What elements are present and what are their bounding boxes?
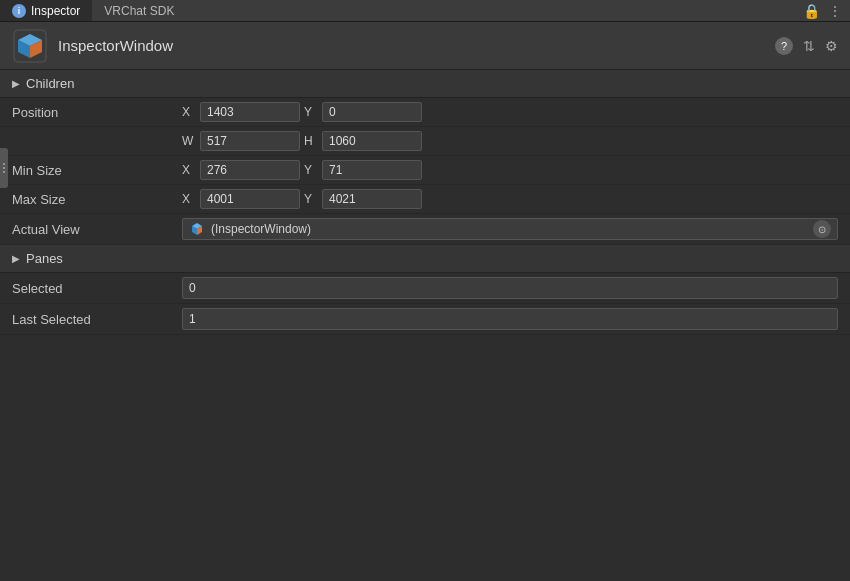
max-size-y-input[interactable]: [322, 189, 422, 209]
position-wh-row: W H: [0, 127, 850, 156]
actual-view-picker-button[interactable]: ⊙: [813, 220, 831, 238]
max-size-y-group: Y: [304, 189, 422, 209]
panes-arrow-icon: ▶: [12, 253, 20, 264]
tab-bar: i Inspector VRChat SDK 🔒 ⋮: [0, 0, 850, 22]
max-size-x-input[interactable]: [200, 189, 300, 209]
selected-row: Selected: [0, 273, 850, 304]
position-row: Position X Y: [0, 98, 850, 127]
children-arrow-icon: ▶: [12, 78, 20, 89]
position-y-input[interactable]: [322, 102, 422, 122]
handle-dot: [3, 167, 5, 169]
min-size-y-input[interactable]: [322, 160, 422, 180]
children-section-header[interactable]: ▶ Children: [0, 70, 850, 98]
position-fields: X Y: [182, 102, 838, 122]
resize-handle[interactable]: [0, 148, 8, 188]
layout-settings-icon[interactable]: ⇅: [803, 38, 815, 54]
min-size-y-group: Y: [304, 160, 422, 180]
tab-inspector-label: Inspector: [31, 4, 80, 18]
position-h-input[interactable]: [322, 131, 422, 151]
max-x-axis-label: X: [182, 192, 196, 206]
y-axis-label: Y: [304, 105, 318, 119]
min-y-axis-label: Y: [304, 163, 318, 177]
position-y-group: Y: [304, 102, 422, 122]
actual-view-fields: (InspectorWindow) ⊙: [182, 218, 838, 240]
gear-icon[interactable]: ⚙: [825, 38, 838, 54]
handle-dot: [3, 171, 5, 173]
last-selected-label: Last Selected: [12, 312, 182, 327]
max-y-axis-label: Y: [304, 192, 318, 206]
last-selected-row: Last Selected: [0, 304, 850, 335]
position-w-group: W: [182, 131, 300, 151]
inspector-tab-icon: i: [12, 4, 26, 18]
handle-dot: [3, 163, 5, 165]
position-h-group: H: [304, 131, 422, 151]
last-selected-input[interactable]: [182, 308, 838, 330]
h-axis-label: H: [304, 134, 318, 148]
children-section-label: Children: [26, 76, 74, 91]
lock-icon[interactable]: 🔒: [803, 3, 820, 19]
position-x-group: X: [182, 102, 300, 122]
max-size-label: Max Size: [12, 192, 182, 207]
x-axis-label: X: [182, 105, 196, 119]
position-wh-group: W H: [182, 131, 422, 151]
inspector-window-icon: [12, 28, 48, 64]
position-label: Position: [12, 105, 182, 120]
help-icon[interactable]: ?: [775, 37, 793, 55]
max-size-fields: X Y: [182, 189, 838, 209]
last-selected-fields: [182, 308, 838, 330]
max-size-row: Max Size X Y: [0, 185, 850, 214]
position-w-input[interactable]: [200, 131, 300, 151]
min-size-row: Min Size X Y: [0, 156, 850, 185]
min-size-xy-row: X Y: [182, 160, 422, 180]
actual-view-field: (InspectorWindow) ⊙: [182, 218, 838, 240]
selected-fields: [182, 277, 838, 299]
tab-inspector[interactable]: i Inspector: [0, 0, 92, 21]
header-actions: ? ⇅ ⚙: [775, 37, 838, 55]
inspector-header: InspectorWindow ? ⇅ ⚙: [0, 22, 850, 70]
actual-view-value: (InspectorWindow): [211, 222, 807, 236]
min-x-axis-label: X: [182, 163, 196, 177]
min-size-x-input[interactable]: [200, 160, 300, 180]
actual-view-row: Actual View (InspectorWindow) ⊙: [0, 214, 850, 245]
position-x-input[interactable]: [200, 102, 300, 122]
actual-view-cube-icon: [189, 221, 205, 237]
max-size-x-group: X: [182, 189, 300, 209]
tab-bar-actions: 🔒 ⋮: [803, 3, 850, 19]
header-title: InspectorWindow: [58, 37, 775, 54]
min-size-fields: X Y: [182, 160, 838, 180]
position-wh-fields: W H: [182, 131, 838, 151]
inspector-content: ▶ Children Position X Y: [0, 70, 850, 335]
min-size-label: Min Size: [12, 163, 182, 178]
max-size-xy-row: X Y: [182, 189, 422, 209]
selected-label: Selected: [12, 281, 182, 296]
selected-input[interactable]: [182, 277, 838, 299]
panes-section-label: Panes: [26, 251, 63, 266]
tab-vrchat-sdk-label: VRChat SDK: [104, 4, 174, 18]
tab-vrchat-sdk[interactable]: VRChat SDK: [92, 0, 186, 21]
position-xy-row: X Y: [182, 102, 422, 122]
panes-section-header[interactable]: ▶ Panes: [0, 245, 850, 273]
actual-view-label: Actual View: [12, 222, 182, 237]
min-size-x-group: X: [182, 160, 300, 180]
more-options-icon[interactable]: ⋮: [828, 3, 842, 19]
w-axis-label: W: [182, 134, 196, 148]
